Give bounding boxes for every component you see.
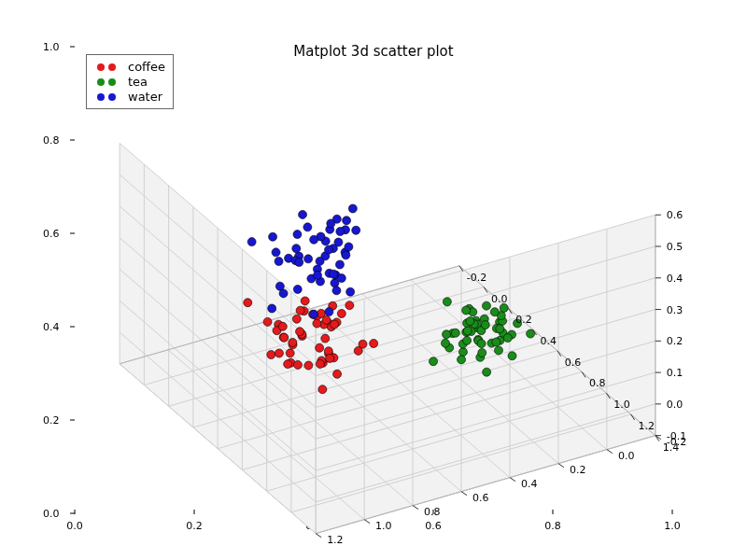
outer-xtick: 1.0 (664, 520, 681, 532)
outer-ytick: 0.8 (43, 134, 60, 147)
legend-marker (92, 93, 120, 101)
legend-marker (92, 78, 120, 86)
y3d-tick: 1.0 (375, 520, 392, 532)
legend-entry-coffee: coffee (92, 60, 165, 74)
outer-xtick: 0.4 (305, 520, 322, 532)
legend-label: water (128, 90, 162, 104)
legend-entry-tea: tea (92, 75, 165, 89)
legend-marker (92, 63, 120, 71)
outer-xtick: 0.8 (544, 520, 561, 532)
legend-label: coffee (128, 60, 165, 74)
legend-dot-icon (108, 63, 116, 71)
outer-2d-axes: 0.00.20.40.60.81.00.00.20.40.60.81.0 (75, 47, 672, 513)
legend-dot-icon (108, 93, 116, 101)
legend-dot-icon (97, 63, 105, 71)
svg-line-72 (364, 520, 370, 524)
figure: 0.00.20.40.60.81.00.00.20.40.60.81.0 -0.… (0, 0, 747, 560)
y3d-tick: 1.2 (327, 534, 344, 546)
legend-dot-icon (97, 78, 105, 86)
legend-label: tea (128, 75, 148, 89)
outer-ytick: 0.4 (43, 321, 60, 333)
svg-line-73 (316, 534, 321, 538)
outer-xtick: 0.2 (186, 520, 203, 532)
outer-ytick: 0.0 (43, 508, 60, 520)
legend-dot-icon (108, 78, 116, 86)
legend: coffeeteawater (86, 54, 174, 109)
outer-ytick: 0.2 (43, 414, 60, 427)
legend-entry-water: water (92, 90, 165, 104)
outer-xtick: 0.0 (66, 520, 83, 532)
outer-ytick: 0.6 (43, 228, 60, 240)
outer-xtick: 0.6 (425, 520, 442, 532)
legend-dot-icon (97, 93, 105, 101)
